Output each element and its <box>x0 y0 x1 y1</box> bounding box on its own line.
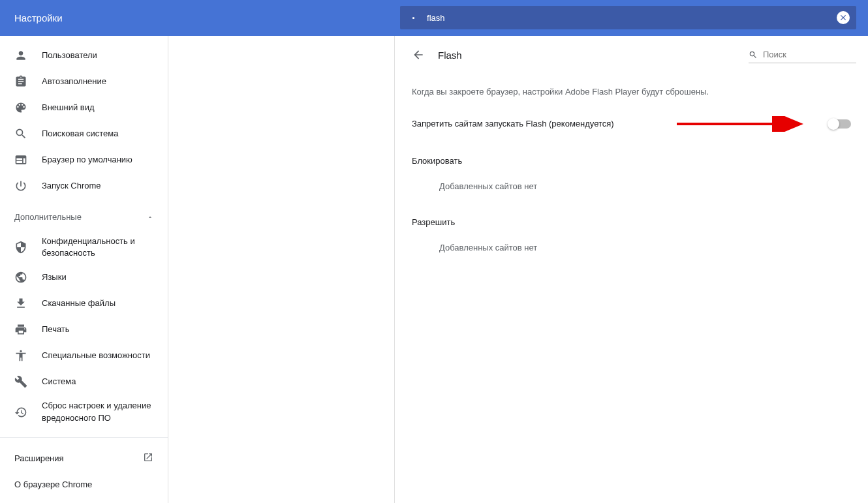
allow-empty-message: Добавленных сайтов нет <box>412 234 851 262</box>
content-gap <box>168 36 394 503</box>
restore-icon <box>14 406 27 419</box>
globe-icon <box>14 271 27 284</box>
sidebar-item-accessibility[interactable]: Специальные возможности <box>0 343 168 369</box>
sidebar-item-downloads[interactable]: Скачанные файлы <box>0 290 168 316</box>
sidebar-item-label: Поисковая система <box>42 128 125 140</box>
sidebar-item-reset[interactable]: Сброс настроек и удаление вредоносного П… <box>0 395 168 429</box>
close-icon <box>839 13 848 22</box>
block-section-title: Блокировать <box>412 139 851 172</box>
top-bar: Настройки . flash <box>0 0 868 36</box>
content-panel: Flash Когда вы закроете браузер, настрой… <box>394 36 868 503</box>
flash-block-toggle[interactable] <box>829 119 851 129</box>
sidebar-item-search-engine[interactable]: Поисковая система <box>0 121 168 147</box>
content-body: Когда вы закроете браузер, настройки Ado… <box>395 74 868 262</box>
person-icon <box>14 49 27 62</box>
sidebar-item-label: Система <box>42 376 82 388</box>
divider <box>0 437 168 438</box>
clear-search-button[interactable] <box>837 11 850 24</box>
sidebar-item-label: Внешний вид <box>42 102 101 114</box>
annotation-arrow-icon <box>677 116 807 132</box>
sidebar-item-label: Запуск Chrome <box>42 180 108 192</box>
sidebar-item-autofill[interactable]: Автозаполнение <box>0 69 168 95</box>
sidebar-item-label: Конфиденциальность и безопасность <box>42 236 168 259</box>
sidebar-item-extensions[interactable]: Расширения <box>0 446 168 472</box>
sidebar-item-label: Языки <box>42 271 73 283</box>
flash-block-toggle-row: Запретить сайтам запускать Flash (рекоме… <box>412 108 851 139</box>
app-title: Настройки <box>14 12 63 23</box>
search-capsule[interactable]: . flash <box>400 6 856 29</box>
sidebar-item-label: Браузер по умолчанию <box>42 154 139 166</box>
sidebar-item-label: Пользователи <box>42 50 104 61</box>
page-title: Flash <box>438 50 749 61</box>
header-right: . flash <box>394 0 868 36</box>
back-arrow-icon[interactable] <box>412 48 425 61</box>
palette-icon <box>14 101 27 114</box>
sidebar-item-label: Автозаполнение <box>42 76 113 87</box>
download-icon <box>14 297 27 310</box>
print-icon <box>14 323 27 336</box>
sidebar-item-label: Сброс настроек и удаление вредоносного П… <box>42 400 168 423</box>
open-in-new-icon <box>143 452 153 465</box>
sidebar-item-system[interactable]: Система <box>0 369 168 395</box>
advanced-section-toggle[interactable]: Дополнительные <box>0 204 168 230</box>
extensions-label: Расширения <box>14 453 64 463</box>
sidebar-item-about[interactable]: О браузере Chrome <box>0 472 168 498</box>
flash-reset-notice: Когда вы закроете браузер, настройки Ado… <box>412 74 851 108</box>
chevron-up-icon <box>147 213 153 222</box>
toggle-knob <box>828 118 839 130</box>
block-empty-message: Добавленных сайтов нет <box>412 172 851 200</box>
shield-icon <box>14 241 27 254</box>
power-icon <box>14 179 27 192</box>
about-label: О браузере Chrome <box>14 480 92 489</box>
sidebar: Пользователи Автозаполнение Внешний вид … <box>0 36 168 503</box>
wrench-icon <box>14 375 27 388</box>
accessibility-icon <box>14 349 27 362</box>
sidebar-item-default-browser[interactable]: Браузер по умолчанию <box>0 147 168 173</box>
content-search-input[interactable] <box>763 50 856 59</box>
advanced-label: Дополнительные <box>14 211 88 223</box>
search-query-text: flash <box>427 13 837 23</box>
flash-block-toggle-label: Запретить сайтам запускать Flash (рекоме… <box>412 119 614 129</box>
main-layout: Пользователи Автозаполнение Внешний вид … <box>0 36 868 503</box>
sidebar-item-appearance[interactable]: Внешний вид <box>0 95 168 121</box>
sidebar-item-label: Специальные возможности <box>42 350 157 361</box>
sidebar-item-label: Скачанные файлы <box>42 297 122 309</box>
web-icon <box>14 153 27 166</box>
allow-section-title: Разрешить <box>412 200 851 234</box>
sidebar-item-privacy[interactable]: Конфиденциальность и безопасность <box>0 230 168 264</box>
search-icon <box>14 127 27 140</box>
sidebar-item-label: Печать <box>42 324 76 335</box>
search-indicator-dot: . <box>412 9 415 21</box>
search-icon <box>749 50 758 60</box>
sidebar-item-startup[interactable]: Запуск Chrome <box>0 173 168 199</box>
sidebar-item-users[interactable]: Пользователи <box>0 42 168 69</box>
assignment-icon <box>14 75 27 88</box>
sidebar-item-languages[interactable]: Языки <box>0 264 168 290</box>
content-search-field[interactable] <box>749 46 856 63</box>
header-left: Настройки <box>0 0 394 36</box>
content-header: Flash <box>395 36 868 74</box>
sidebar-item-print[interactable]: Печать <box>0 316 168 343</box>
